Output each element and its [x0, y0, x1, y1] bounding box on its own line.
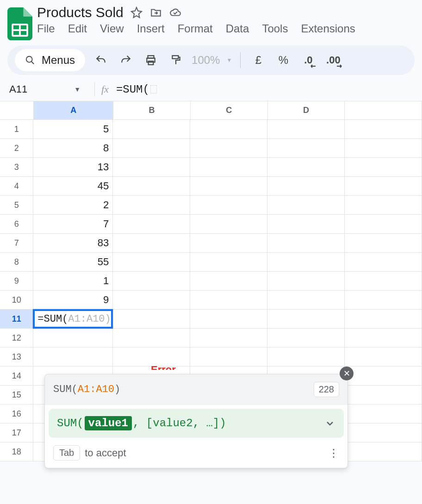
cell[interactable]: [113, 120, 190, 139]
cell[interactable]: [113, 291, 190, 310]
cell[interactable]: [267, 310, 345, 329]
cell[interactable]: [267, 291, 345, 310]
cell[interactable]: [345, 386, 422, 404]
cell[interactable]: [190, 177, 267, 196]
percent-button[interactable]: %: [274, 51, 292, 69]
cell[interactable]: [345, 158, 422, 177]
cell[interactable]: [267, 348, 345, 367]
cell[interactable]: [190, 329, 267, 348]
menu-edit[interactable]: Edit: [68, 22, 87, 35]
cell[interactable]: [267, 120, 345, 139]
row-header[interactable]: 5: [0, 196, 33, 215]
row-header[interactable]: 6: [0, 215, 33, 234]
cell[interactable]: 45: [33, 177, 113, 196]
cell[interactable]: [345, 196, 422, 215]
cell[interactable]: [345, 310, 422, 329]
menu-extensions[interactable]: Extensions: [301, 22, 355, 35]
cell[interactable]: [267, 253, 345, 272]
column-header-e[interactable]: [345, 101, 422, 120]
cell[interactable]: [113, 215, 190, 234]
column-header-a[interactable]: A: [34, 101, 113, 120]
decrease-decimal-button[interactable]: .0: [299, 51, 317, 69]
star-icon[interactable]: [130, 6, 143, 19]
menus-search[interactable]: Menus: [15, 49, 85, 71]
formula-suggestion-row[interactable]: SUM(A1:A10) 228: [45, 374, 348, 405]
close-icon[interactable]: ✕: [340, 367, 354, 380]
more-options-icon[interactable]: ⋮: [328, 447, 339, 460]
name-box[interactable]: A11 ▼: [9, 83, 88, 95]
document-title[interactable]: Products Sold: [37, 5, 124, 20]
menu-format[interactable]: Format: [178, 22, 213, 35]
cell[interactable]: [113, 310, 190, 329]
row-header[interactable]: 3: [0, 158, 33, 177]
cell[interactable]: 1: [33, 272, 113, 291]
cell[interactable]: [267, 329, 345, 348]
cell[interactable]: 55: [33, 253, 113, 272]
cell[interactable]: 7: [33, 215, 113, 234]
select-all-corner[interactable]: [0, 101, 34, 120]
row-header[interactable]: 10: [0, 291, 33, 310]
cell[interactable]: [267, 234, 345, 253]
cell[interactable]: 83: [33, 234, 113, 253]
formula-bar-input[interactable]: =SUM(: [116, 83, 157, 96]
row-header[interactable]: 9: [0, 272, 33, 291]
cell[interactable]: [267, 158, 345, 177]
cell[interactable]: 8: [33, 139, 113, 158]
cell[interactable]: [190, 120, 267, 139]
menu-data[interactable]: Data: [226, 22, 249, 35]
cell[interactable]: [345, 215, 422, 234]
row-header[interactable]: 17: [0, 423, 33, 442]
cell[interactable]: [345, 253, 422, 272]
cell[interactable]: [267, 177, 345, 196]
cell[interactable]: [190, 310, 267, 329]
menu-view[interactable]: View: [100, 22, 124, 35]
row-header[interactable]: 1: [0, 120, 33, 139]
move-folder-icon[interactable]: [149, 6, 162, 19]
cell[interactable]: [345, 139, 422, 158]
cell[interactable]: [267, 196, 345, 215]
cell[interactable]: [345, 272, 422, 291]
cell[interactable]: [267, 215, 345, 234]
cell[interactable]: [345, 329, 422, 348]
menu-tools[interactable]: Tools: [262, 22, 288, 35]
formula-signature-row[interactable]: SUM(value1, [value2, …]): [49, 409, 344, 438]
cell[interactable]: [113, 177, 190, 196]
cell[interactable]: [190, 215, 267, 234]
cell[interactable]: 9: [33, 291, 113, 310]
row-header[interactable]: 15: [0, 386, 33, 404]
cell[interactable]: [190, 291, 267, 310]
menu-file[interactable]: File: [37, 22, 55, 35]
cell[interactable]: [345, 423, 422, 442]
cell[interactable]: 5: [33, 120, 113, 139]
cell[interactable]: [345, 234, 422, 253]
cell[interactable]: [190, 348, 267, 367]
cell[interactable]: [113, 234, 190, 253]
increase-decimal-button[interactable]: .00: [324, 51, 342, 69]
cell[interactable]: [345, 348, 422, 367]
cell[interactable]: [345, 442, 422, 461]
cloud-status-icon[interactable]: [169, 6, 182, 19]
cell[interactable]: [33, 329, 113, 348]
zoom-select[interactable]: 100% ▼: [192, 54, 232, 67]
cell[interactable]: [190, 158, 267, 177]
cell[interactable]: [113, 158, 190, 177]
cell[interactable]: [113, 329, 190, 348]
row-header[interactable]: 4: [0, 177, 33, 196]
cell[interactable]: [113, 253, 190, 272]
cell[interactable]: [33, 348, 113, 367]
chevron-down-icon[interactable]: [324, 418, 335, 429]
row-header[interactable]: 8: [0, 253, 33, 272]
row-header[interactable]: 14: [0, 367, 33, 386]
cell[interactable]: [345, 404, 422, 423]
print-button[interactable]: [142, 51, 160, 69]
column-header-b[interactable]: B: [113, 101, 191, 120]
cell[interactable]: [113, 196, 190, 215]
cell[interactable]: [190, 253, 267, 272]
column-header-c[interactable]: C: [191, 101, 268, 120]
cell[interactable]: [345, 120, 422, 139]
cell[interactable]: [267, 272, 345, 291]
cell[interactable]: 13: [33, 158, 113, 177]
undo-button[interactable]: [92, 51, 110, 69]
row-header[interactable]: 11: [0, 310, 33, 329]
cell[interactable]: [190, 234, 267, 253]
